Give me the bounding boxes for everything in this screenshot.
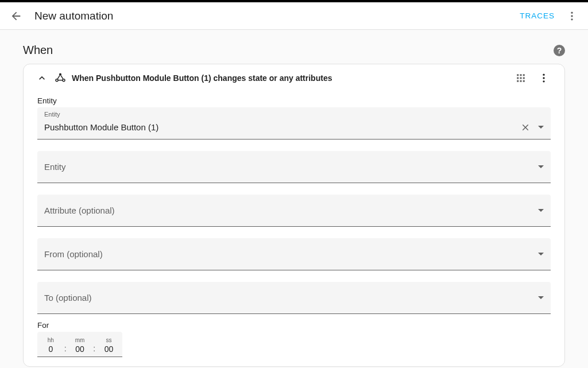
svg-point-16 (543, 77, 544, 79)
header-menu-button[interactable] (560, 5, 583, 28)
svg-point-4 (56, 79, 58, 82)
svg-point-15 (543, 74, 544, 76)
dropdown-caret-icon (538, 165, 544, 168)
seconds-label: ss (95, 337, 122, 344)
trigger-menu-button[interactable] (532, 67, 555, 90)
entity-placeholder: Entity (44, 162, 536, 172)
svg-rect-14 (523, 80, 525, 82)
chevron-up-icon (36, 72, 48, 84)
dropdown-caret-icon (538, 126, 544, 129)
attribute-field[interactable]: Attribute (optional) (37, 195, 551, 227)
apps-icon (516, 73, 526, 83)
close-icon (520, 122, 531, 133)
entity-field-2[interactable]: Entity (37, 151, 551, 183)
svg-rect-12 (517, 80, 519, 82)
svg-rect-13 (520, 80, 522, 82)
svg-point-3 (59, 73, 61, 76)
entity-field-1[interactable]: Entity Pushbutton Module Button (1) (37, 107, 551, 140)
reorder-handle[interactable] (509, 67, 532, 90)
minutes-value[interactable]: 00 (67, 344, 94, 354)
seconds-value[interactable]: 00 (95, 344, 122, 354)
section-title: When (23, 44, 554, 57)
to-placeholder: To (optional) (44, 293, 536, 303)
arrow-left-icon (10, 10, 22, 22)
page-title: New automation (34, 10, 514, 22)
svg-rect-6 (517, 74, 519, 76)
svg-point-2 (571, 18, 572, 20)
clear-entity-button[interactable] (519, 121, 532, 134)
for-field-label: For (37, 321, 551, 330)
trigger-card: When Pushbutton Module Button (1) change… (23, 64, 565, 367)
dropdown-caret-icon (538, 209, 544, 212)
dropdown-caret-icon (538, 296, 544, 299)
svg-rect-11 (523, 78, 525, 79)
state-trigger-icon (53, 71, 67, 85)
duration-input[interactable]: hh 0 : mm 00 : ss 00 (37, 332, 122, 357)
back-button[interactable] (5, 5, 28, 28)
svg-rect-10 (520, 78, 522, 79)
attribute-placeholder: Attribute (optional) (44, 206, 536, 215)
entity-field-label: Entity (37, 96, 551, 105)
svg-point-5 (63, 79, 65, 82)
more-vert-icon (538, 72, 550, 84)
trigger-card-title: When Pushbutton Module Button (1) change… (72, 73, 509, 83)
svg-point-17 (543, 80, 544, 82)
dropdown-caret-icon (538, 253, 544, 255)
traces-button[interactable]: TRACES (514, 7, 560, 25)
svg-rect-9 (517, 78, 519, 79)
entity-floating-label: Entity (44, 111, 60, 118)
header: New automation TRACES (0, 2, 588, 30)
svg-point-1 (571, 15, 572, 17)
from-field[interactable]: From (optional) (37, 238, 551, 270)
hours-value[interactable]: 0 (37, 344, 64, 354)
minutes-label: mm (67, 337, 94, 344)
more-vert-icon (566, 10, 578, 22)
svg-point-0 (571, 11, 572, 13)
svg-rect-7 (520, 74, 522, 76)
collapse-button[interactable] (33, 69, 51, 87)
entity-value: Pushbutton Module Button (1) (44, 122, 519, 132)
from-placeholder: From (optional) (44, 249, 536, 259)
svg-rect-8 (523, 74, 525, 76)
to-field[interactable]: To (optional) (37, 282, 551, 314)
hours-label: hh (37, 337, 64, 344)
help-icon[interactable]: ? (554, 45, 565, 56)
